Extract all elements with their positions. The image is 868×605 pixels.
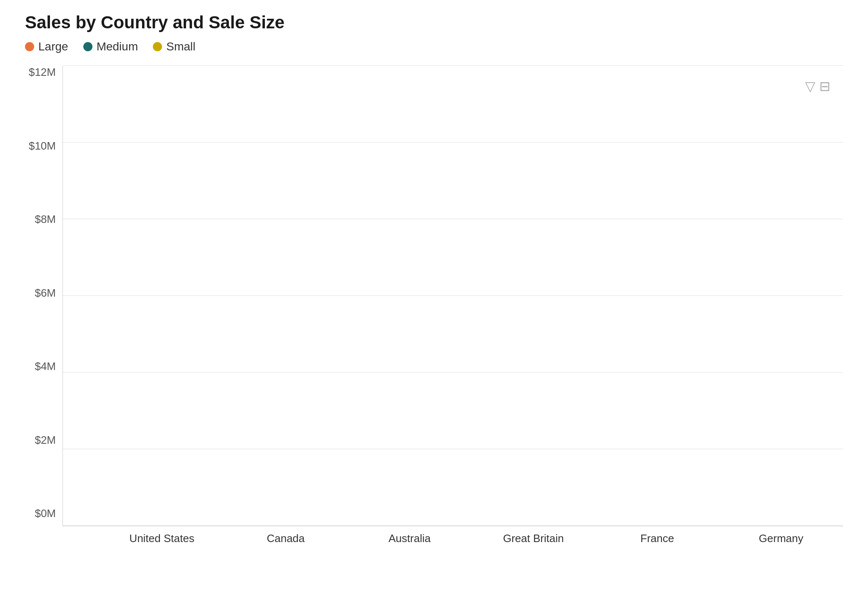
legend-label-large: Large bbox=[38, 40, 68, 53]
plot-area bbox=[62, 66, 843, 526]
legend-dot-small bbox=[153, 42, 162, 51]
country-label-france: France bbox=[595, 526, 719, 545]
y-axis-label: $2M bbox=[25, 434, 62, 447]
grid-line bbox=[63, 295, 843, 296]
chart-title: Sales by Country and Sale Size bbox=[25, 12, 843, 32]
legend-item-small: Small bbox=[153, 40, 195, 53]
country-labels: United StatesCanadaAustraliaGreat Britai… bbox=[100, 526, 843, 545]
grid-lines bbox=[63, 66, 843, 526]
country-label-canada: Canada bbox=[224, 526, 347, 545]
grid-line bbox=[63, 449, 843, 449]
legend-dot-medium bbox=[83, 42, 92, 51]
y-axis: $0M$2M$4M$6M$8M$10M$12M bbox=[25, 66, 62, 545]
grid-line bbox=[63, 372, 843, 372]
legend-dot-large bbox=[25, 42, 34, 51]
legend-item-medium: Medium bbox=[83, 40, 138, 53]
y-axis-label: $12M bbox=[25, 66, 62, 79]
legend-label-small: Small bbox=[166, 40, 195, 53]
grid-line bbox=[63, 219, 843, 219]
grid-line bbox=[63, 65, 843, 66]
y-axis-label: $10M bbox=[25, 140, 62, 152]
chart-legend: Large Medium Small bbox=[25, 40, 843, 53]
country-label-australia: Australia bbox=[348, 526, 471, 545]
y-axis-label: $6M bbox=[25, 287, 62, 300]
y-axis-label: $0M bbox=[25, 507, 62, 520]
chart-area: $0M$2M$4M$6M$8M$10M$12M United StatesCan… bbox=[25, 66, 843, 545]
legend-label-medium: Medium bbox=[97, 40, 138, 53]
chart-container: Sales by Country and Sale Size Large Med… bbox=[0, 0, 868, 605]
legend-item-large: Large bbox=[25, 40, 68, 53]
country-label-germany: Germany bbox=[719, 526, 843, 545]
country-label-great-britain: Great Britain bbox=[471, 526, 595, 545]
grid-line bbox=[63, 525, 843, 526]
country-label-united-states: United States bbox=[100, 526, 224, 545]
grid-line bbox=[63, 142, 843, 142]
y-axis-label: $4M bbox=[25, 360, 62, 373]
y-axis-label: $8M bbox=[25, 213, 62, 226]
